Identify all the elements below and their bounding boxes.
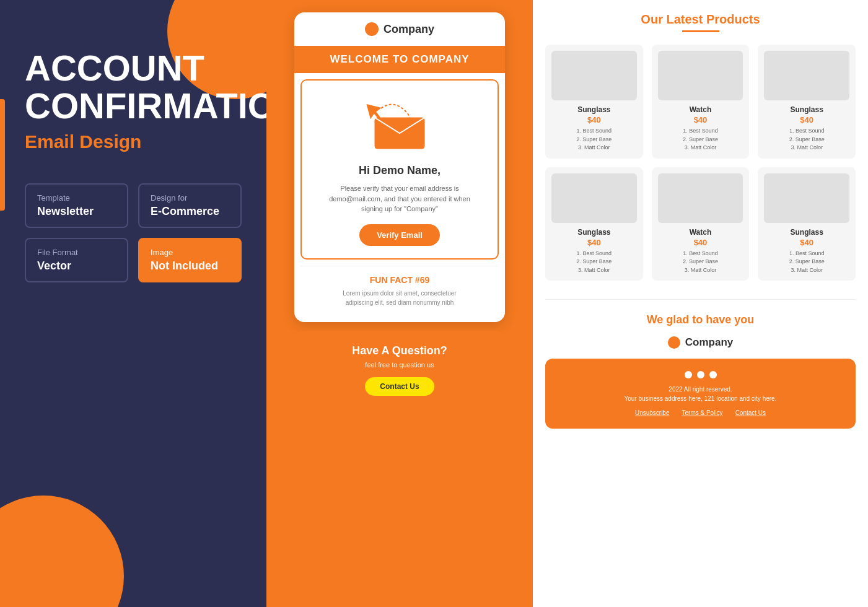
product-card-3: Sunglass $40 1. Best Sound2. Super Base3… [545, 167, 643, 281]
image-card: Image Not Included [138, 238, 242, 282]
fun-fact-text: Lorem ipsum dolor sit amet, consectetuer… [310, 289, 489, 307]
product-price-3: $40 [551, 238, 637, 247]
product-price-1: $40 [658, 115, 743, 124]
verify-email-button[interactable]: Verify Email [359, 224, 440, 246]
right-panel: Our Latest Products Sunglass $40 1. Best… [533, 0, 868, 607]
product-image-4 [658, 173, 743, 223]
email-card-header: Company [294, 12, 505, 46]
product-image-5 [764, 173, 849, 223]
design-card: Design for E-Commerce [138, 183, 242, 228]
footer-orange-box: 2022 All right reserved.Your business ad… [545, 359, 856, 429]
product-price-5: $40 [764, 238, 849, 247]
product-name-5: Sunglass [764, 228, 849, 237]
template-value: Newsletter [37, 205, 116, 218]
footer-dot-2 [697, 371, 704, 378]
email-text: Please verify that your email address is… [311, 183, 488, 214]
product-card-4: Watch $40 1. Best Sound2. Super Base3. M… [652, 167, 750, 281]
product-name-3: Sunglass [551, 228, 637, 237]
email-body: Hi Demo Name, Please verify that your em… [300, 79, 499, 260]
design-label: Design for [151, 193, 229, 203]
left-panel: ACCOUNTCONFIRMATION Email Design Templat… [0, 0, 266, 607]
image-value: Not Included [151, 260, 229, 273]
product-price-4: $40 [658, 238, 743, 247]
info-cards: Template Newsletter Design for E-Commerc… [25, 183, 242, 282]
product-price-2: $40 [764, 115, 849, 124]
blob-bottom-left [0, 496, 124, 607]
format-label: File Format [37, 248, 116, 257]
fun-fact-title: FUN FACT #69 [310, 275, 489, 285]
footer-company-dot [668, 336, 680, 349]
template-card: Template Newsletter [25, 183, 128, 228]
contact-link[interactable]: Contact Us [735, 409, 766, 416]
product-price-0: $40 [551, 115, 637, 124]
product-features-1: 1. Best Sound2. Super Base3. Matt Color [658, 127, 743, 152]
footer-links: Unsubscribe Terms & Policy Contact Us [558, 409, 843, 416]
format-card: File Format Vector [25, 238, 128, 282]
format-value: Vector [37, 260, 116, 273]
main-title: ACCOUNTCONFIRMATION [25, 50, 242, 125]
glad-title: We glad to have you [545, 313, 856, 326]
product-image-3 [551, 173, 637, 223]
question-subtitle: feel free to question us [307, 361, 493, 369]
product-name-4: Watch [658, 228, 743, 237]
greeting: Hi Demo Name, [311, 164, 488, 177]
question-title: Have A Question? [307, 344, 493, 357]
footer-company-name: Company [685, 336, 733, 349]
question-card: Have A Question? feel free to question u… [294, 331, 505, 409]
product-image-2 [764, 51, 849, 100]
email-illustration [311, 93, 488, 155]
footer-copyright: 2022 All right reserved.Your business ad… [558, 385, 843, 403]
product-features-5: 1. Best Sound2. Super Base3. Matt Color [764, 250, 849, 275]
email-card: Company WELCOME TO COMPANY Hi Demo Name,… [294, 12, 505, 322]
product-card-5: Sunglass $40 1. Best Sound2. Super Base3… [758, 167, 856, 281]
fun-fact-box: FUN FACT #69 Lorem ipsum dolor sit amet,… [300, 266, 499, 316]
product-image-1 [658, 51, 743, 100]
product-card-2: Sunglass $40 1. Best Sound2. Super Base3… [758, 45, 856, 159]
products-underline [682, 30, 719, 32]
template-label: Template [37, 193, 116, 203]
divider [545, 299, 856, 300]
product-card-0: Sunglass $40 1. Best Sound2. Super Base3… [545, 45, 643, 159]
company-logo-dot [365, 22, 379, 36]
middle-panel: Company WELCOME TO COMPANY Hi Demo Name,… [266, 0, 533, 607]
welcome-banner: WELCOME TO COMPANY [294, 46, 505, 73]
products-title: Our Latest Products [545, 12, 856, 27]
product-features-0: 1. Best Sound2. Super Base3. Matt Color [551, 127, 637, 152]
company-name: Company [384, 23, 434, 36]
terms-link[interactable]: Terms & Policy [682, 409, 723, 416]
footer-dots [558, 371, 843, 378]
product-image-0 [551, 51, 637, 100]
products-grid: Sunglass $40 1. Best Sound2. Super Base3… [545, 45, 856, 281]
product-name-2: Sunglass [764, 105, 849, 114]
product-name-1: Watch [658, 105, 743, 114]
product-name-0: Sunglass [551, 105, 637, 114]
subtitle: Email Design [25, 131, 242, 152]
product-features-3: 1. Best Sound2. Super Base3. Matt Color [551, 250, 637, 275]
unsubscribe-link[interactable]: Unsubscribe [635, 409, 670, 416]
product-features-4: 1. Best Sound2. Super Base3. Matt Color [658, 250, 743, 275]
footer-dot-1 [685, 371, 692, 378]
footer-dot-3 [709, 371, 717, 378]
footer-company: Company [545, 336, 856, 349]
image-label: Image [151, 248, 229, 257]
contact-us-button[interactable]: Contact Us [365, 377, 434, 396]
envelope-icon [362, 96, 437, 152]
left-content: ACCOUNTCONFIRMATION Email Design Templat… [0, 0, 266, 307]
product-card-1: Watch $40 1. Best Sound2. Super Base3. M… [652, 45, 750, 159]
design-value: E-Commerce [151, 205, 229, 218]
product-features-2: 1. Best Sound2. Super Base3. Matt Color [764, 127, 849, 152]
